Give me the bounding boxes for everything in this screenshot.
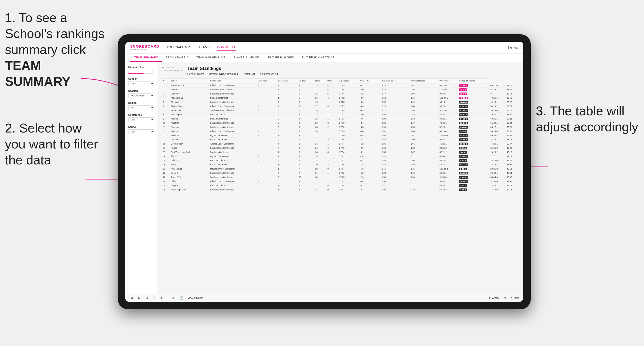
col-adj-score: Adj. Score: [338, 79, 359, 83]
filter-minimum-rank-label: Minimum Rou...: [128, 66, 154, 69]
col-avg-par: Avg. to Par: [359, 79, 380, 83]
col-conference: Conference: [209, 79, 257, 83]
col-conf-rank: Conf Rank: [277, 79, 298, 83]
filter-division: Division NCAA Division I NCAA Division I…: [128, 90, 154, 98]
nav-tournaments[interactable]: TOURNAMENTS: [166, 44, 191, 50]
filter-conference: Conference (All): [128, 114, 154, 122]
filter-gender-select[interactable]: Men's Women's: [128, 81, 154, 86]
filter-conference-select[interactable]: (All): [128, 117, 154, 122]
filters-sidebar: Minimum Rou... 4 30 Gender Men's Women's: [125, 62, 157, 294]
slider-fill: [128, 73, 144, 74]
slider-min-val: 4: [128, 70, 129, 72]
table-row: 12VirginiaAtlantic Coast Conference-3824…: [162, 129, 518, 134]
update-time: Update time: 27/03/2024 16:56:26: [162, 66, 182, 72]
nav-links: TOURNAMENTS TEAMS COMMITTEE: [166, 44, 504, 50]
toolbar-share-btn[interactable]: ↗ Share: [510, 296, 520, 299]
col-vs-top25: Vs Top 25: [438, 79, 458, 83]
toolbar-watch[interactable]: 👁 Watch ▾: [488, 296, 500, 299]
col-avg-rank: Avg Rank: [258, 79, 277, 83]
toolbar-back[interactable]: ◀: [129, 296, 134, 300]
filter-minimum-rank: Minimum Rou... 4 30: [128, 66, 154, 74]
table-row: 13Texas TechBig 12 Conference-19272276.0…: [162, 134, 518, 138]
table-row: 8WashingtonPac-12 Conference-28231276.3-…: [162, 113, 518, 117]
nav-separator: |: [505, 45, 506, 50]
filter-region-select[interactable]: N/A East West: [128, 105, 154, 110]
table-row: 22GeorgiaSoutheastern Conference-8721127…: [162, 171, 518, 175]
table-row: 11ArkansasSoutheastern Conference-382422…: [162, 125, 518, 129]
filter-gender: Gender Men's Women's: [128, 78, 154, 86]
sub-nav-team-h2h-grid[interactable]: TEAM H2H GRID: [162, 53, 193, 62]
table-row: 7TennesseeSoutheastern Conference-461822…: [162, 108, 518, 113]
instruction-3: 3. The table will adjust accordingly: [536, 103, 639, 135]
sub-nav: TEAM SUMMARY TEAM H2H GRID TEAM H2H HEAT…: [125, 53, 523, 62]
sub-nav-player-h2h-grid[interactable]: PLAYER H2H GRID: [264, 53, 298, 62]
sub-nav-player-h2h-heatmap[interactable]: PLAYER H2H HEATMAP: [298, 53, 338, 62]
toolbar-settings[interactable]: ⚙: [170, 296, 176, 300]
table-header-row-el: # School Conference Avg Rank Conf Rank N…: [162, 79, 518, 83]
filter-gender-label: Gender: [128, 78, 154, 80]
table-row: 1North CarolinaAtlantic Coast Conference…: [162, 83, 518, 88]
table-body: 1North CarolinaAtlantic Coast Conference…: [162, 83, 518, 192]
filter-division-label: Division: [128, 90, 154, 92]
nav-teams[interactable]: TEAMS: [199, 44, 210, 50]
col-rank: #: [162, 79, 170, 83]
toolbar-home[interactable]: ⌂: [152, 296, 156, 300]
table-row: 5Ole MissSoutheastern Conference-3618127…: [162, 100, 518, 104]
table-row: 23Texas A&MSoutheastern Conference-91030…: [162, 175, 518, 179]
table-row: 15Georgia TechAtlantic Coast Conference-…: [162, 142, 518, 146]
toolbar-view-original[interactable]: View: Original: [188, 297, 203, 299]
tablet: SCOREBOARD Powered by clippi TOURNAMENTS…: [118, 34, 531, 309]
table-row: 9ArizonaPac-12 Conference-28231276.3-4.6…: [162, 117, 518, 121]
col-avg-low: Avg. Low Score: [381, 79, 410, 83]
nav-bar: SCOREBOARD Powered by clippi TOURNAMENTS…: [125, 42, 523, 53]
toolbar-reload[interactable]: ↺: [144, 296, 150, 300]
table-row: 25OregonPac-12 Conference-79210279.5-3.1…: [162, 183, 518, 188]
table-row: 18IllinoisBig Ten Conference-19231279.1-…: [162, 154, 518, 159]
toolbar-share2[interactable]: ⬆: [159, 296, 164, 300]
filter-division-select[interactable]: NCAA Division I NCAA Division II NCAA Di…: [128, 93, 154, 98]
logo-text: SCOREBOARD: [130, 44, 159, 48]
table-area: Update time: 27/03/2024 16:56:26 Team St…: [157, 62, 523, 294]
tablet-screen: SCOREBOARD Powered by clippi TOURNAMENTS…: [125, 42, 523, 302]
table-title: Team Standings: [188, 66, 518, 71]
table-row: 17East Tennessee StateSouthern Conferenc…: [162, 150, 518, 154]
table-row: 10AlabamaSoutheastern Conference-5823327…: [162, 121, 518, 125]
sub-nav-player-summary[interactable]: PLAYER SUMMARY: [230, 53, 264, 62]
toolbar-clock[interactable]: 🕐: [178, 296, 184, 300]
standings-table: # School Conference Avg Rank Conf Rank N…: [162, 78, 518, 192]
sub-nav-team-h2h-heatmap[interactable]: TEAM H2H HEATMAP: [192, 53, 230, 62]
col-wins: Wins: [326, 79, 338, 83]
table-row: 19CaliforniaPac-12 Conference-48242278.2…: [162, 159, 518, 163]
toolbar-copy[interactable]: ⧉: [504, 296, 506, 299]
filter-region: Region N/A East West: [128, 102, 154, 110]
filter-conference-label: Conference: [128, 114, 154, 116]
logo-area: SCOREBOARD Powered by clippi: [130, 44, 159, 51]
filter-info-division: Division: NCAA Division I: [209, 73, 238, 75]
bottom-toolbar: ◀ ▶ ↺ ⌂ ⬆ ⚙ 🕐 View: Original 👁 Watch ▾ ⧉: [125, 294, 523, 302]
table-title-section: Team Standings Gender: Men's Division: N…: [188, 66, 518, 75]
col-vs-top50: Vs Top 50 Points: [458, 79, 490, 83]
slider-track[interactable]: [128, 73, 154, 74]
table-row: 6Florida StateAtlantic Coast Conference-…: [162, 104, 518, 108]
filter-info-region: Region: All: [243, 73, 255, 75]
col-no-tour: No Tour: [298, 79, 314, 83]
table-row: 20TexasBig 12 Conference-37208278.60.71.…: [162, 163, 518, 167]
logo-sub: Powered by clippi: [130, 48, 159, 51]
table-row: 14OklahomaBig 12 Conference-2422279.6-5.…: [162, 138, 518, 142]
nav-committee[interactable]: COMMITTEE: [217, 44, 236, 50]
table-row: 3VanderbiltSoutheastern Conference-25236…: [162, 92, 518, 96]
filter-school-label: School: [128, 126, 154, 128]
table-row: 21New MexicoMountain West Conference-172…: [162, 167, 518, 171]
sub-nav-team-summary[interactable]: TEAM SUMMARY: [130, 53, 162, 62]
table-row: 16FloridaSoutheastern Conference-7924427…: [162, 146, 518, 150]
filter-school-select[interactable]: (All): [128, 129, 154, 134]
table-header-row: Update time: 27/03/2024 16:56:26 Team St…: [162, 66, 518, 75]
main-content: Minimum Rou... 4 30 Gender Men's Women's: [125, 62, 523, 294]
slider-max-val: 30: [152, 70, 154, 72]
table-row: 4Arizona StatePac-12 Conference-15264274…: [162, 96, 518, 100]
toolbar-forward[interactable]: ▶: [137, 296, 142, 300]
filter-info-gender: Gender: Men's: [188, 73, 204, 75]
sign-out-button[interactable]: Sign out: [508, 46, 518, 49]
col-rnds: Rnds: [314, 79, 326, 83]
toolbar-right: 👁 Watch ▾ ⧉ ↗ Share: [488, 296, 520, 299]
